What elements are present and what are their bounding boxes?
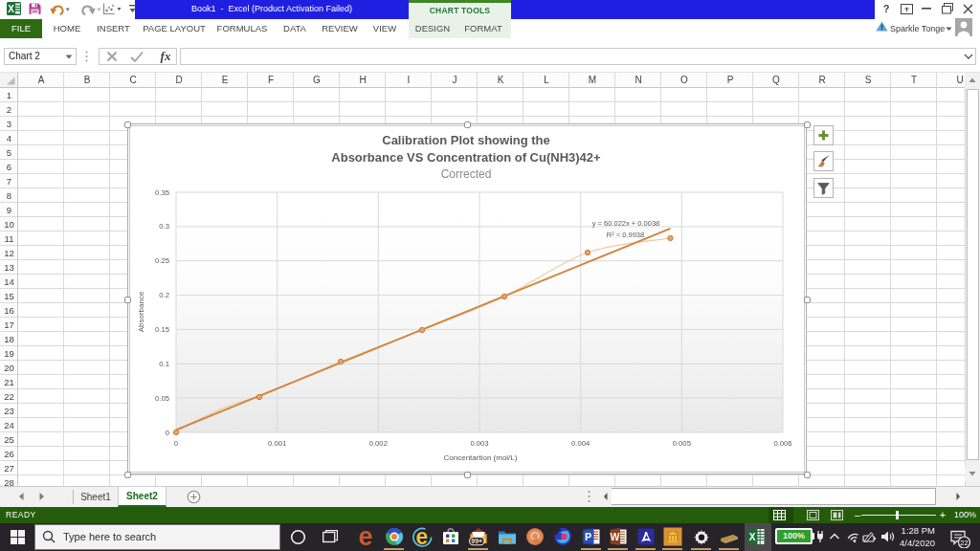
svg-text:0: 0 — [166, 429, 169, 437]
svg-text:0.1: 0.1 — [159, 360, 169, 368]
svg-text:22: 22 — [960, 539, 968, 547]
svg-text:0.006: 0.006 — [773, 439, 791, 448]
svg-text:Absorbance VS Concentration of: Absorbance VS Concentration of Cu(NH3)42… — [331, 150, 601, 165]
svg-text:Corrected: Corrected — [441, 167, 492, 181]
svg-text:0.003: 0.003 — [470, 439, 488, 448]
svg-text:y = 60.022x + 0.0038: y = 60.022x + 0.0038 — [592, 219, 659, 228]
svg-text:Concentartion (mol/L): Concentartion (mol/L) — [444, 453, 518, 462]
svg-text:P: P — [585, 531, 591, 542]
svg-text:0.2: 0.2 — [159, 291, 169, 299]
svg-text:Absorbance: Absorbance — [137, 291, 145, 332]
svg-text:R² = 0.9938: R² = 0.9938 — [607, 231, 644, 239]
svg-text:0.15: 0.15 — [155, 325, 169, 334]
svg-text:0.05: 0.05 — [155, 394, 169, 403]
svg-text:0.25: 0.25 — [155, 256, 169, 265]
svg-text:0.35: 0.35 — [155, 188, 169, 197]
svg-text:e: e — [358, 526, 372, 547]
svg-text:W: W — [611, 531, 620, 542]
svg-text:X: X — [749, 532, 756, 542]
svg-text:0: 0 — [174, 439, 178, 448]
svg-text:0.001: 0.001 — [268, 439, 286, 448]
svg-text:0.005: 0.005 — [673, 439, 691, 448]
svg-text:99+: 99+ — [471, 538, 482, 544]
svg-text:0.004: 0.004 — [571, 439, 590, 448]
svg-text:Calibration Plot showing the: Calibration Plot showing the — [382, 133, 550, 147]
svg-text:X: X — [8, 4, 14, 14]
svg-text:0.3: 0.3 — [159, 222, 169, 231]
svg-text:0.002: 0.002 — [369, 439, 388, 448]
